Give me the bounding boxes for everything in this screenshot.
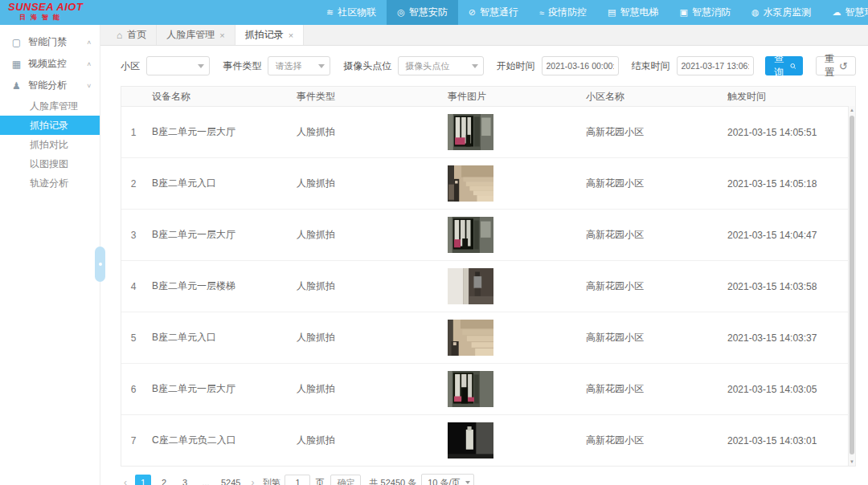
sidebar-group-2[interactable]: ♟ 智能分析 ∨ bbox=[0, 75, 100, 96]
tab-2[interactable]: 抓拍记录 × bbox=[235, 25, 304, 45]
sidebar-item-4[interactable]: 轨迹分析 bbox=[0, 173, 100, 193]
event-snapshot-night-entrance-capture[interactable] bbox=[448, 422, 493, 459]
filter-bar: 小区 事件类型 请选择 摄像头点位 摄像头点位 开始时间 bbox=[121, 56, 856, 75]
table-body: 1 B座二单元一层大厅 人脸抓拍 高新花园小区 2021-03-15 14:05… bbox=[121, 107, 855, 466]
community-select[interactable] bbox=[146, 56, 210, 75]
table-row[interactable]: 2 B座二单元入口 人脸抓拍 高新花园小区 2021-03-15 14:05:1… bbox=[121, 158, 855, 210]
elevator-icon: ▤ bbox=[608, 7, 616, 18]
trigger-time-cell: 2021-03-15 14:04:47 bbox=[721, 210, 855, 260]
reset-icon: ↺ bbox=[839, 60, 848, 72]
nav-item-4[interactable]: ▤ 智慧电梯 bbox=[597, 0, 669, 25]
column-header: 设备名称 bbox=[145, 87, 290, 106]
scrollbar-thumb[interactable] bbox=[850, 116, 854, 454]
start-time-label: 开始时间 bbox=[497, 59, 535, 73]
chevron-up-icon: ∧ bbox=[86, 61, 92, 67]
table-row[interactable]: 3 B座二单元一层大厅 人脸抓拍 高新花园小区 2021-03-15 14:04… bbox=[121, 210, 855, 261]
table-row[interactable]: 7 C座二单元负二入口 人脸抓拍 高新花园小区 2021-03-15 14:03… bbox=[121, 415, 855, 466]
column-header: 触发时间 bbox=[721, 87, 855, 106]
event-type-cell: 人脸抓拍 bbox=[290, 107, 441, 157]
trigger-time-cell: 2021-03-15 14:03:01 bbox=[721, 415, 855, 466]
column-header: 事件图片 bbox=[441, 87, 579, 106]
nav-item-3[interactable]: ≈ 疫情防控 bbox=[529, 0, 597, 25]
sidebar-group-0[interactable]: ▢ 智能门禁 ∧ bbox=[0, 31, 100, 53]
device-name-cell: B座二单元一层楼梯 bbox=[145, 261, 290, 312]
nav-item-label: 智慧消防 bbox=[692, 6, 731, 19]
chevron-down-icon: ∨ bbox=[86, 83, 92, 89]
row-index: 6 bbox=[121, 364, 145, 414]
page-size-select[interactable]: 10 条/页 bbox=[421, 474, 473, 485]
nav-item-1[interactable]: ◎ 智慧安防 bbox=[387, 0, 458, 25]
table-scrollbar[interactable]: ▲ ▼ bbox=[848, 106, 855, 466]
nav-item-5[interactable]: ▣ 智慧消防 bbox=[669, 0, 741, 25]
page-button-2[interactable]: 2 bbox=[156, 475, 172, 485]
start-time-input[interactable] bbox=[542, 56, 619, 75]
sidebar-collapse-handle[interactable] bbox=[95, 247, 105, 282]
topbar: SUNSEA AIOT 日海智能 ≋ 社区物联 ◎ 智慧安防 ⊘ 智慧通行 ≈ … bbox=[0, 0, 868, 25]
goto-page-input[interactable] bbox=[285, 475, 310, 485]
device-name-cell: B座二单元一层大厅 bbox=[145, 210, 290, 260]
event-snapshot-dark-doorway-capture[interactable] bbox=[448, 371, 493, 407]
page-button-1[interactable]: 1 bbox=[135, 475, 151, 485]
community-name-cell: 高新花园小区 bbox=[579, 107, 721, 157]
nav-item-7[interactable]: ☁ 智慧环境 bbox=[822, 0, 868, 25]
tab-label: 抓拍记录 bbox=[245, 28, 284, 42]
table-row[interactable]: 4 B座二单元一层楼梯 人脸抓拍 高新花园小区 2021-03-15 14:03… bbox=[121, 261, 855, 312]
table-row[interactable]: 1 B座二单元一层大厅 人脸抓拍 高新花园小区 2021-03-15 14:05… bbox=[121, 107, 855, 158]
home-icon: ⌂ bbox=[117, 30, 122, 41]
goto-confirm-button[interactable]: 确定 bbox=[330, 475, 361, 485]
row-index: 5 bbox=[121, 312, 145, 363]
search-button[interactable]: 查询 bbox=[765, 56, 804, 75]
camera-select[interactable]: 摄像头点位 bbox=[398, 56, 483, 75]
sidebar: ▢ 智能门禁 ∧ ▦ 视频监控 ∧ ♟ 智能分析 ∨ 人脸库管理 抓拍记录 抓拍… bbox=[0, 25, 100, 485]
end-time-input[interactable] bbox=[677, 56, 754, 75]
trigger-time-cell: 2021-03-15 14:03:58 bbox=[721, 261, 855, 312]
scroll-up-icon[interactable]: ▲ bbox=[849, 108, 855, 112]
event-type-cell: 人脸抓拍 bbox=[290, 210, 441, 260]
tab-label: 首页 bbox=[127, 28, 146, 42]
nav-item-label: 智慧安防 bbox=[409, 6, 448, 19]
prev-page-icon[interactable]: ‹ bbox=[121, 477, 130, 485]
event-type-select[interactable]: 请选择 bbox=[268, 56, 330, 75]
device-name-cell: B座二单元入口 bbox=[145, 158, 290, 209]
page-button-5245[interactable]: 5245 bbox=[219, 475, 243, 485]
table-row[interactable]: 6 B座二单元一层大厅 人脸抓拍 高新花园小区 2021-03-15 14:03… bbox=[121, 364, 855, 415]
event-snapshot-beige-stairs-capture[interactable] bbox=[448, 320, 493, 356]
page-button-3[interactable]: 3 bbox=[177, 475, 193, 485]
event-type-cell: 人脸抓拍 bbox=[290, 158, 441, 209]
nav-item-2[interactable]: ⊘ 智慧通行 bbox=[458, 0, 529, 25]
scroll-down-icon[interactable]: ▼ bbox=[849, 459, 855, 464]
tab-1[interactable]: 人脸库管理 × bbox=[157, 25, 235, 45]
table-header-row: 设备名称事件类型事件图片小区名称触发时间 bbox=[121, 87, 855, 107]
chevron-down-icon bbox=[318, 64, 325, 68]
event-type-cell: 人脸抓拍 bbox=[290, 415, 441, 466]
close-icon[interactable]: × bbox=[219, 31, 224, 40]
sidebar-item-3[interactable]: 以图搜图 bbox=[0, 154, 100, 173]
sidebar-item-0[interactable]: 人脸库管理 bbox=[0, 96, 100, 116]
close-icon[interactable]: × bbox=[289, 31, 293, 40]
person-analysis-icon: ♟ bbox=[11, 80, 22, 92]
nav-item-0[interactable]: ≋ 社区物联 bbox=[316, 0, 387, 25]
environment-icon: ☁ bbox=[833, 7, 841, 18]
sidebar-group-1[interactable]: ▦ 视频监控 ∧ bbox=[0, 53, 100, 75]
table-row[interactable]: 5 B座二单元入口 人脸抓拍 高新花园小区 2021-03-15 14:03:3… bbox=[121, 312, 855, 364]
event-snapshot-dark-doorway-capture[interactable] bbox=[448, 114, 493, 150]
event-type-cell: 人脸抓拍 bbox=[290, 261, 441, 312]
next-page-icon[interactable]: › bbox=[248, 477, 257, 485]
event-type-cell: 人脸抓拍 bbox=[290, 364, 441, 414]
goto-suffix-label: 页 bbox=[315, 477, 324, 485]
security-shield-icon: ◎ bbox=[397, 7, 405, 18]
reset-button[interactable]: 重置 ↺ bbox=[816, 56, 856, 75]
nav-item-6[interactable]: ◍ 水泵房监测 bbox=[741, 0, 822, 25]
event-snapshot-dark-doorway-capture[interactable] bbox=[448, 217, 493, 253]
sidebar-item-1[interactable]: 抓拍记录 bbox=[0, 116, 100, 135]
event-snapshot-stairwell-person-capture[interactable] bbox=[448, 268, 493, 304]
nav-item-label: 智慧电梯 bbox=[620, 6, 659, 19]
sidebar-group-label: 智能门禁 bbox=[28, 35, 67, 49]
logo-text-en: SUNSEA AIOT bbox=[8, 2, 103, 13]
event-snapshot-beige-stairs-capture[interactable] bbox=[448, 165, 493, 202]
tab-0[interactable]: ⌂ 首页 bbox=[107, 25, 157, 45]
fire-safety-icon: ▣ bbox=[680, 7, 688, 18]
device-name-cell: C座二单元负二入口 bbox=[145, 415, 290, 466]
sidebar-item-2[interactable]: 抓拍对比 bbox=[0, 135, 100, 154]
search-button-label: 查询 bbox=[772, 52, 786, 79]
